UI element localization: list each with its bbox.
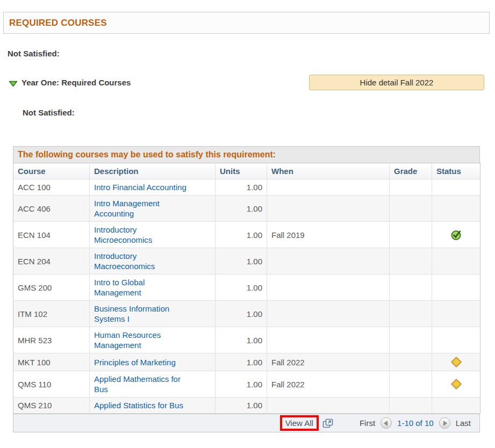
col-header-when: When xyxy=(267,163,390,179)
open-in-window-icon[interactable] xyxy=(322,418,334,429)
requirement-title: Year One: Required Courses xyxy=(21,78,131,87)
grid-caption: The following courses may be used to sat… xyxy=(13,146,480,163)
col-header-status: Status xyxy=(432,163,480,179)
table-header-row: Course Description Units When Grade Stat… xyxy=(13,163,480,179)
course-description-link[interactable]: Human Resources Management xyxy=(94,330,192,350)
course-grade xyxy=(390,222,432,248)
course-code: GMS 200 xyxy=(13,274,90,301)
course-status-cell xyxy=(432,327,480,353)
course-grade xyxy=(390,196,432,222)
course-status-cell xyxy=(432,222,480,248)
course-status-cell xyxy=(432,398,480,414)
section-header: REQUIRED COURSES xyxy=(3,12,490,34)
course-description-link[interactable]: Introductory Microeconomics xyxy=(94,225,192,245)
course-when: Fall 2022 xyxy=(267,353,390,371)
course-units: 1.00 xyxy=(216,301,267,327)
course-units: 1.00 xyxy=(216,179,267,196)
course-grade xyxy=(390,301,432,327)
course-grade xyxy=(390,327,432,353)
course-units: 1.00 xyxy=(216,398,267,414)
in-progress-icon xyxy=(450,356,462,368)
table-row: ECN 204 Introductory Macroeconomics 1.00 xyxy=(13,248,480,274)
course-code: MHR 523 xyxy=(13,327,90,353)
course-grade xyxy=(390,274,432,301)
course-when xyxy=(267,398,390,414)
table-row: ECN 104 Introductory Microeconomics 1.00… xyxy=(13,222,480,248)
course-description-link[interactable]: Intro to Global Management xyxy=(94,277,192,298)
col-header-description: Description xyxy=(90,163,216,179)
course-code: ITM 102 xyxy=(13,301,90,327)
requirement-status-label: Not Satisfied: xyxy=(23,108,75,117)
view-all-link[interactable]: View All xyxy=(285,418,313,428)
course-when xyxy=(267,301,390,327)
course-units: 1.00 xyxy=(216,274,267,301)
table-row: GMS 200 Intro to Global Management 1.00 xyxy=(13,274,480,301)
course-code: QMS 210 xyxy=(13,398,90,414)
course-table: Course Description Units When Grade Stat… xyxy=(13,163,480,414)
table-row: ACC 100 Intro Financial Accounting 1.00 xyxy=(13,179,480,196)
in-progress-icon xyxy=(450,378,462,390)
course-description-link[interactable]: Intro Financial Accounting xyxy=(94,182,186,192)
course-units: 1.00 xyxy=(216,196,267,222)
pager-next-arrow-icon[interactable] xyxy=(439,417,450,429)
course-grade xyxy=(390,179,432,196)
course-units: 1.00 xyxy=(216,327,267,353)
section-status-label: Not Satisfied: xyxy=(8,49,60,58)
course-description-link[interactable]: Introductory Macroeconomics xyxy=(94,251,192,271)
course-status-cell xyxy=(432,196,480,222)
table-row: QMS 210 Applied Statistics for Bus 1.00 xyxy=(13,398,480,414)
course-table-rows: ACC 100 Intro Financial Accounting 1.00 … xyxy=(13,179,480,414)
course-grid: The following courses may be used to sat… xyxy=(13,146,480,432)
taken-icon xyxy=(450,229,462,241)
course-units: 1.00 xyxy=(216,222,267,248)
table-row: MHR 523 Human Resources Management 1.00 xyxy=(13,327,480,353)
table-row: QMS 110 Applied Mathematics for Bus 1.00… xyxy=(13,371,480,398)
course-units: 1.00 xyxy=(216,353,267,371)
col-header-course: Course xyxy=(13,163,90,179)
grid-footer: View All First 1-10 of 10 Last xyxy=(13,414,480,432)
course-when: Fall 2019 xyxy=(267,222,390,248)
course-code: ACC 406 xyxy=(13,196,90,222)
course-status-cell xyxy=(432,353,480,371)
table-row: ACC 406 Intro Management Accounting 1.00 xyxy=(13,196,480,222)
course-status-cell xyxy=(432,301,480,327)
course-description-link[interactable]: Applied Statistics for Bus xyxy=(94,400,183,410)
pager-previous-arrow-icon[interactable] xyxy=(381,417,392,429)
course-units: 1.00 xyxy=(216,371,267,398)
pager-range: 1-10 of 10 xyxy=(397,418,434,428)
course-grade xyxy=(390,353,432,371)
course-description-link[interactable]: Principles of Marketing xyxy=(94,357,176,367)
col-header-grade: Grade xyxy=(390,163,432,179)
course-code: ECN 204 xyxy=(13,248,90,274)
course-status-cell xyxy=(432,248,480,274)
table-row: ITM 102 Business Information Systems I 1… xyxy=(13,301,480,327)
course-description-link[interactable]: Applied Mathematics for Bus xyxy=(94,374,192,394)
course-units: 1.00 xyxy=(216,248,267,274)
requirement-row: Year One: Required Courses Hide detail F… xyxy=(9,75,486,90)
course-when xyxy=(267,196,390,222)
table-row: MKT 100 Principles of Marketing 1.00 Fal… xyxy=(13,353,480,371)
course-when xyxy=(267,327,390,353)
course-when xyxy=(267,248,390,274)
course-description-link[interactable]: Business Information Systems I xyxy=(94,304,192,324)
course-grade xyxy=(390,371,432,398)
page-title: REQUIRED COURSES xyxy=(9,18,107,28)
course-code: ACC 100 xyxy=(13,179,90,196)
collapse-triangle-icon[interactable] xyxy=(9,80,18,86)
course-grade xyxy=(390,248,432,274)
course-code: ECN 104 xyxy=(13,222,90,248)
pager-first[interactable]: First xyxy=(360,418,375,428)
course-when: Fall 2022 xyxy=(267,371,390,398)
course-status-cell xyxy=(432,179,480,196)
annotation-highlight-box: View All xyxy=(280,415,319,431)
course-when xyxy=(267,179,390,196)
col-header-units: Units xyxy=(216,163,267,179)
course-status-cell xyxy=(432,274,480,301)
course-code: MKT 100 xyxy=(13,353,90,371)
pager-last[interactable]: Last xyxy=(456,418,471,428)
course-description-link[interactable]: Intro Management Accounting xyxy=(94,198,192,219)
course-code: QMS 110 xyxy=(13,371,90,398)
hide-detail-button[interactable]: Hide detail Fall 2022 xyxy=(309,75,484,90)
course-when xyxy=(267,274,390,301)
course-status-cell xyxy=(432,371,480,398)
